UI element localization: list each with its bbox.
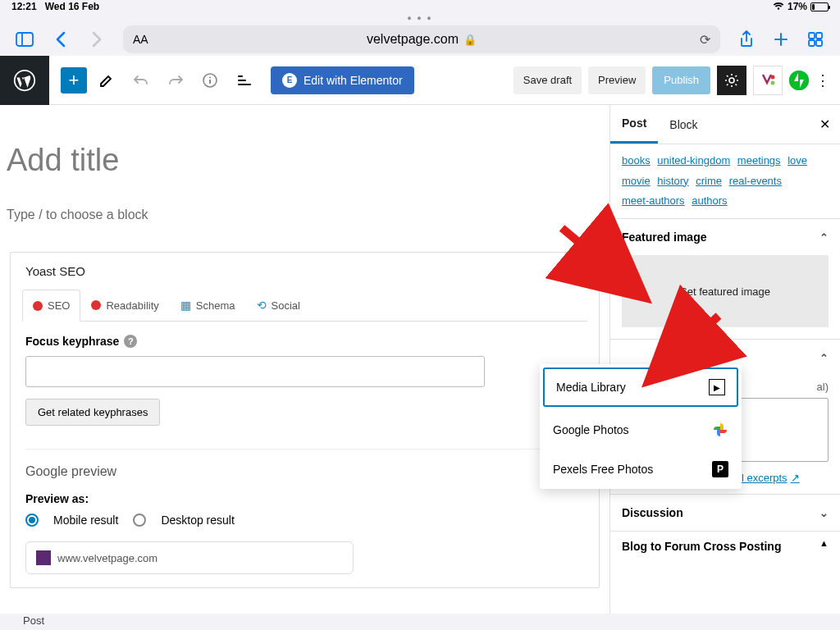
tag-link[interactable]: authors	[692, 194, 727, 207]
wordpress-logo[interactable]	[0, 56, 49, 105]
favicon-icon	[36, 550, 51, 565]
focus-keyphrase-label: Focus keyphrase ?	[25, 335, 584, 348]
tag-link[interactable]: meetings	[737, 154, 781, 167]
svg-point-11	[771, 75, 775, 79]
google-preview-header[interactable]: Google preview ⌃	[25, 449, 584, 479]
sidebar-toggle-button[interactable]	[10, 26, 39, 52]
chevron-up-icon: ⌃	[819, 231, 829, 244]
google-preview-card: www.velvetpage.com	[25, 541, 354, 574]
tag-link[interactable]: crime	[696, 175, 722, 187]
preview-button[interactable]: Preview	[588, 66, 646, 94]
add-block-button[interactable]: +	[61, 67, 87, 94]
svg-rect-5	[816, 40, 822, 46]
lock-icon: 🔒	[463, 34, 477, 46]
reader-aa-icon[interactable]: AA	[133, 33, 148, 46]
more-options-button[interactable]: ⋮	[815, 71, 830, 89]
chevron-down-icon: ⌄	[819, 507, 829, 519]
elementor-icon: E	[282, 73, 297, 88]
yoast-seo-panel: Yoast SEO ▲ SEO Readability ▦Schema ⟲Soc…	[10, 252, 600, 588]
svg-line-14	[562, 228, 633, 288]
bottom-post-label: Post	[23, 614, 44, 627]
external-link-icon: ↗	[791, 472, 800, 484]
info-button[interactable]	[195, 66, 225, 95]
svg-rect-4	[809, 40, 815, 46]
google-photos-option[interactable]: Google Photos	[540, 410, 742, 450]
tag-link[interactable]: history	[657, 175, 688, 187]
tag-link[interactable]: love	[788, 154, 807, 167]
post-title-input[interactable]: Add title	[0, 105, 609, 178]
sidebar-tabs: Post Block ✕	[610, 105, 840, 144]
share-button[interactable]	[732, 26, 761, 52]
reload-button[interactable]: ⟳	[700, 32, 710, 48]
preview-as-label: Preview as:	[25, 492, 584, 505]
pexels-icon: P	[712, 461, 728, 477]
status-date: Wed 16 Feb	[45, 1, 99, 12]
blog-forum-section-header[interactable]: Blog to Forum Cross Posting ▲	[610, 531, 840, 561]
yoast-status-button[interactable]	[753, 66, 783, 95]
share-icon: ⟲	[257, 299, 267, 312]
svg-rect-9	[209, 80, 211, 84]
new-tab-button[interactable]	[766, 26, 796, 52]
editor-canvas[interactable]: Add title Type / to choose a block + Yoa…	[0, 105, 610, 614]
tag-link[interactable]: real-events	[729, 175, 782, 187]
edit-with-elementor-button[interactable]: E Edit with Elementor	[271, 66, 414, 94]
svg-line-15	[660, 316, 719, 371]
yoast-panel-header[interactable]: Yoast SEO ▲	[11, 253, 599, 290]
svg-point-12	[771, 80, 775, 84]
tabs-button[interactable]	[801, 26, 830, 52]
chevron-up-icon: ▲	[819, 538, 829, 548]
svg-rect-2	[809, 33, 815, 39]
save-draft-button[interactable]: Save draft	[514, 66, 582, 94]
svg-point-13	[789, 71, 809, 90]
yoast-tab-readability[interactable]: Readability	[80, 290, 169, 321]
ipad-status-bar: 12:21 Wed 16 Feb 17%	[0, 0, 840, 13]
forward-button	[82, 26, 112, 52]
wp-editor-toolbar: + E Edit with Elementor Save draft Previ…	[0, 56, 840, 105]
back-button[interactable]	[46, 26, 75, 52]
edit-mode-button[interactable]	[92, 66, 121, 95]
tag-link[interactable]: united-kingdom	[657, 154, 730, 167]
yoast-tab-social[interactable]: ⟲Social	[246, 290, 311, 321]
tag-suggestions: books united-kingdom meetings love movie…	[610, 144, 840, 218]
mobile-result-radio[interactable]	[25, 514, 39, 527]
yoast-tab-seo[interactable]: SEO	[22, 290, 80, 322]
desktop-result-radio[interactable]	[133, 514, 146, 527]
redo-button[interactable]	[161, 66, 190, 95]
settings-gear-button[interactable]	[717, 66, 746, 95]
block-placeholder[interactable]: Type / to choose a block	[0, 178, 609, 222]
status-dot-icon	[91, 300, 101, 310]
svg-point-10	[729, 78, 734, 83]
sidebar-tab-block[interactable]: Block	[658, 107, 709, 143]
safari-toolbar: AA velvetpage.com 🔒 ⟳	[0, 23, 840, 56]
url-text: velvetpage.com	[367, 32, 459, 47]
desktop-result-label: Desktop result	[161, 514, 234, 527]
schema-icon: ▦	[180, 299, 191, 312]
pexels-option[interactable]: Pexels Free Photos P	[540, 450, 742, 489]
status-dot-icon	[33, 301, 43, 311]
battery-icon	[810, 2, 829, 11]
tag-link[interactable]: books	[622, 154, 651, 167]
focus-keyphrase-input[interactable]	[25, 356, 485, 387]
close-sidebar-button[interactable]: ✕	[819, 116, 830, 132]
outline-button[interactable]	[230, 66, 259, 95]
address-bar[interactable]: AA velvetpage.com 🔒 ⟳	[123, 25, 720, 53]
svg-point-8	[209, 76, 211, 78]
wifi-icon	[773, 2, 784, 11]
yoast-tab-schema[interactable]: ▦Schema	[170, 290, 246, 321]
jetpack-icon[interactable]	[789, 71, 809, 90]
annotation-arrow	[645, 312, 727, 389]
help-icon[interactable]: ?	[124, 335, 137, 348]
multitask-pill[interactable]: ● ● ●	[0, 13, 840, 23]
discussion-section-header[interactable]: Discussion⌄	[610, 494, 840, 531]
publish-button[interactable]: Publish	[652, 66, 710, 94]
svg-point-6	[15, 70, 35, 90]
sidebar-tab-post[interactable]: Post	[610, 105, 658, 144]
yoast-tabs: SEO Readability ▦Schema ⟲Social	[22, 290, 587, 322]
tag-link[interactable]: movie	[622, 175, 651, 187]
battery-percent: 17%	[788, 1, 807, 12]
tag-link[interactable]: meet-authors	[622, 194, 685, 207]
get-related-keyphrases-button[interactable]: Get related keyphrases	[25, 399, 160, 426]
svg-rect-0	[16, 33, 33, 46]
chevron-up-icon: ⌃	[819, 352, 829, 364]
undo-button[interactable]	[126, 66, 156, 95]
